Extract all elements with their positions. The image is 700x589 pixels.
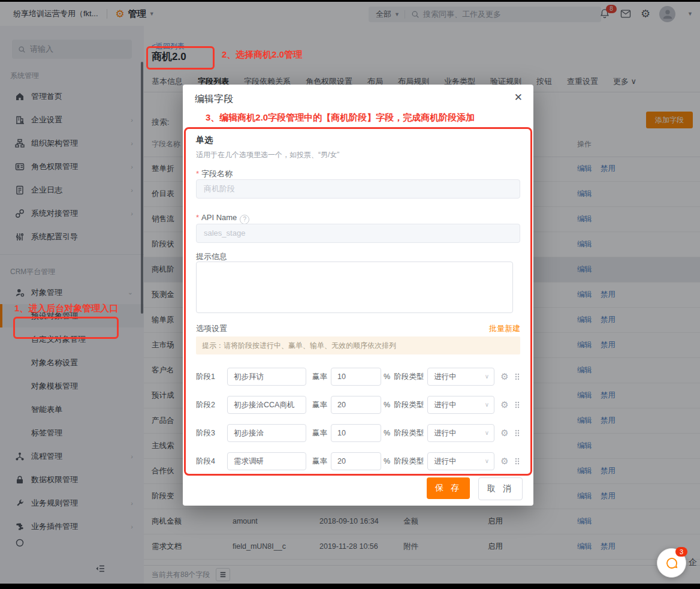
tooltip-textarea[interactable] bbox=[196, 262, 513, 313]
stage-type-select[interactable]: 进行中∨ bbox=[427, 368, 494, 386]
chat-bubble-icon bbox=[665, 556, 679, 570]
options-settings-label: 选项设置 bbox=[196, 323, 227, 334]
support-label: 企 bbox=[689, 557, 697, 568]
win-rate-input[interactable]: 10 bbox=[331, 368, 381, 386]
stage-settings-icon[interactable]: ⚙ bbox=[500, 456, 508, 467]
chevron-down-icon: ∨ bbox=[485, 396, 489, 413]
stage-type-value: 进行中 bbox=[434, 457, 457, 465]
stage-type-label: 阶段类型 bbox=[394, 428, 424, 438]
api-name-label: *API Name? bbox=[196, 213, 249, 224]
annotation-step2: 2、选择商机2.0管理 bbox=[222, 49, 302, 61]
cancel-button[interactable]: 取 消 bbox=[478, 477, 523, 500]
field-type-name: 单选 bbox=[196, 135, 213, 146]
stage-type-value: 进行中 bbox=[434, 429, 457, 437]
tooltip-label: 提示信息 bbox=[196, 251, 227, 262]
api-name-input[interactable]: sales_stage bbox=[196, 224, 520, 243]
screen: 纷享培训运营专用（fkt... ⚙ 管理 ▼ 全部 ▼ 搜索同事、工作及更多 8 bbox=[0, 0, 700, 589]
stage-label: 阶段1 bbox=[196, 372, 227, 382]
edit-field-modal: 编辑字段 ✕ 3、编辑商机2.0字段管理中的【商机阶段】字段，完成商机阶段添加 … bbox=[183, 85, 533, 506]
stage-label: 阶段3 bbox=[196, 428, 227, 438]
field-name-label: *字段名称 bbox=[196, 169, 233, 179]
help-icon[interactable]: ? bbox=[240, 215, 249, 224]
stage-name-input[interactable]: 初步拜访 bbox=[227, 368, 306, 386]
stage-type-select[interactable]: 进行中∨ bbox=[427, 396, 494, 414]
stage-label: 阶段2 bbox=[196, 400, 227, 410]
drag-handle-icon[interactable] bbox=[514, 428, 520, 438]
stage-row: 阶段2初步接洽CCA商机赢率20%阶段类型进行中∨⚙ bbox=[196, 395, 523, 414]
win-rate-label: 赢率 bbox=[312, 400, 327, 410]
stage-type-value: 进行中 bbox=[434, 401, 457, 409]
stage-order-tip: 提示：请将阶段按进行中、赢单、输单、无效的顺序依次排列 bbox=[196, 336, 520, 354]
stage-settings-icon[interactable]: ⚙ bbox=[500, 399, 508, 410]
stage-row: 阶段1初步拜访赢率10%阶段类型进行中∨⚙ bbox=[196, 367, 523, 386]
stage-type-label: 阶段类型 bbox=[394, 400, 424, 410]
field-name-input[interactable]: 商机阶段 bbox=[196, 179, 520, 199]
chat-badge: 3 bbox=[675, 547, 687, 557]
required-star: * bbox=[196, 169, 199, 178]
stage-type-select[interactable]: 进行中∨ bbox=[427, 452, 494, 470]
close-icon[interactable]: ✕ bbox=[514, 91, 523, 104]
stage-type-value: 进行中 bbox=[434, 372, 457, 381]
chevron-down-icon: ∨ bbox=[485, 453, 489, 470]
drag-handle-icon[interactable] bbox=[514, 400, 520, 410]
stage-name-input[interactable]: 需求调研 bbox=[227, 452, 306, 470]
batch-create-link[interactable]: 批量新建 bbox=[489, 323, 520, 334]
chevron-down-icon: ∨ bbox=[485, 425, 489, 441]
win-rate-label: 赢率 bbox=[312, 456, 327, 467]
stage-row: 阶段3初步接洽赢率10%阶段类型进行中∨⚙ bbox=[196, 423, 523, 443]
stage-type-label: 阶段类型 bbox=[394, 456, 424, 467]
annotation-step3: 3、编辑商机2.0字段管理中的【商机阶段】字段，完成商机阶段添加 bbox=[206, 112, 475, 124]
win-rate-label: 赢率 bbox=[312, 372, 327, 382]
field-type-description: 适用于在几个选项里选一个，如投票、“男/女” bbox=[196, 150, 339, 160]
percent-sign: % bbox=[384, 429, 390, 437]
save-button[interactable]: 保 存 bbox=[427, 477, 470, 499]
drag-handle-icon[interactable] bbox=[514, 456, 520, 466]
stage-label: 阶段4 bbox=[196, 456, 227, 467]
percent-sign: % bbox=[384, 457, 390, 465]
required-star: * bbox=[196, 213, 199, 222]
stage-type-select[interactable]: 进行中∨ bbox=[427, 424, 494, 442]
chevron-down-icon: ∨ bbox=[485, 368, 489, 385]
stage-row: 阶段4需求调研赢率20%阶段类型进行中∨⚙ bbox=[196, 452, 523, 471]
percent-sign: % bbox=[384, 372, 390, 381]
drag-handle-icon[interactable] bbox=[514, 372, 520, 381]
annotation-step1: 1、进入后台对象管理入口 bbox=[14, 303, 118, 314]
stage-settings-icon[interactable]: ⚙ bbox=[500, 428, 508, 438]
stage-name-input[interactable]: 初步接洽CCA商机 bbox=[227, 396, 306, 414]
win-rate-input[interactable]: 20 bbox=[331, 452, 381, 470]
percent-sign: % bbox=[384, 401, 390, 409]
support-chat-button[interactable]: 3 bbox=[657, 548, 686, 578]
win-rate-label: 赢率 bbox=[312, 428, 327, 438]
stage-name-input[interactable]: 初步接洽 bbox=[227, 424, 306, 442]
win-rate-input[interactable]: 10 bbox=[331, 424, 381, 442]
win-rate-input[interactable]: 20 bbox=[331, 396, 381, 414]
modal-title: 编辑字段 bbox=[195, 93, 233, 106]
stage-type-label: 阶段类型 bbox=[394, 372, 424, 382]
stage-settings-icon[interactable]: ⚙ bbox=[500, 371, 508, 382]
